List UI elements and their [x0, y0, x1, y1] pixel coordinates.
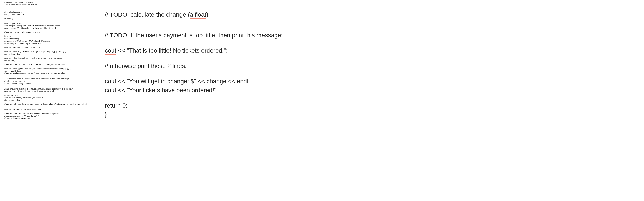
code-right-column: // TODO: calculate the change (a float) …	[105, 11, 283, 118]
code-line: // i recommend using a switch	[4, 82, 91, 85]
underline-word: cout	[4, 47, 8, 49]
code-line: // otherwise print these 2 lines:	[105, 62, 283, 70]
code-line: typeOfDay; //'D'=weekDay 'E'=weekEnd	[4, 42, 91, 45]
code-line: cout << "You owe: $" << totalCost << end…	[4, 109, 91, 111]
code-line: // TODO: set isWeekend to true if typeOf…	[4, 72, 91, 75]
code-line: cout << "What time will you travel? (Ent…	[4, 57, 91, 60]
underline-word: a float	[190, 11, 206, 18]
code-line: cout << "That is too little! No tickets …	[105, 47, 283, 54]
code-line: // TODO: calculate the totalCost based o…	[4, 103, 91, 106]
code-line: using namespace std;	[4, 14, 91, 16]
code-line: cout << "Each ticket will cost: $" << ti…	[4, 90, 91, 93]
code-line: cin >> destination;	[4, 53, 91, 55]
code-line: // fill in code where there is a TODO	[4, 4, 91, 6]
code-line: int main()	[4, 18, 91, 20]
code-line: }	[105, 111, 283, 118]
code-line: {	[4, 20, 91, 23]
page-root: // Add to this partially built code. // …	[0, 0, 644, 201]
code-line: // TODO: calculate the change (a float)	[105, 11, 283, 18]
underline-word: i	[6, 88, 6, 90]
code-line: cout << "Welcome to Airlines!" << endl;	[4, 47, 91, 49]
code-line: // TODO: If the user's payment is too li…	[105, 31, 283, 39]
underline-word: cout	[105, 47, 116, 54]
underline-word: ticketPrice	[66, 103, 76, 106]
code-line: // read in the user's Payment	[4, 117, 91, 120]
underline-word: totalCost	[25, 103, 33, 106]
code-line: cin >> time;	[4, 60, 91, 62]
code-line: cout << "You will get in change: $" << c…	[105, 77, 283, 85]
underline-word: i	[6, 82, 6, 85]
underline-word: weekend	[52, 78, 60, 80]
code-line: cin >> numTickets;	[4, 99, 91, 101]
code-line: return 0;	[105, 102, 283, 109]
code-line: cout.precision(2); // two places to the …	[4, 27, 91, 30]
code-left-column: // Add to this partially built code. // …	[4, 1, 91, 120]
code-line: cout << "Your tickets have been ordered!…	[105, 86, 283, 94]
underline-word: endl	[36, 47, 40, 49]
code-line: // TODO: enter the missing types below	[4, 31, 91, 34]
underline-word: read	[6, 117, 10, 120]
code-line: // TODO: set isDayTime to true if time 5…	[4, 64, 91, 66]
